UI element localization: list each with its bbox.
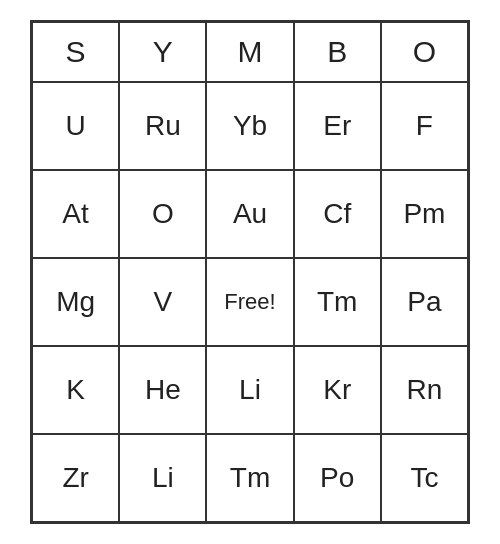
cell-1-3: Yb <box>206 82 293 170</box>
cell-5-3: Tm <box>206 434 293 522</box>
row-5: Zr Li Tm Po Tc <box>32 434 468 522</box>
header-y: Y <box>119 22 206 82</box>
header-m: M <box>206 22 293 82</box>
cell-1-2: Ru <box>119 82 206 170</box>
cell-2-1: At <box>32 170 119 258</box>
cell-5-4: Po <box>294 434 381 522</box>
cell-5-1: Zr <box>32 434 119 522</box>
cell-3-4: Tm <box>294 258 381 346</box>
cell-3-1: Mg <box>32 258 119 346</box>
cell-4-4: Kr <box>294 346 381 434</box>
cell-1-1: U <box>32 82 119 170</box>
header-row: S Y M B O <box>32 22 468 82</box>
cell-5-2: Li <box>119 434 206 522</box>
bingo-card: S Y M B O U Ru Yb Er F At O Au Cf Pm Mg … <box>30 20 470 524</box>
header-s: S <box>32 22 119 82</box>
cell-free: Free! <box>206 258 293 346</box>
row-3: Mg V Free! Tm Pa <box>32 258 468 346</box>
cell-2-4: Cf <box>294 170 381 258</box>
cell-4-1: K <box>32 346 119 434</box>
cell-4-2: He <box>119 346 206 434</box>
cell-2-3: Au <box>206 170 293 258</box>
cell-2-5: Pm <box>381 170 468 258</box>
cell-2-2: O <box>119 170 206 258</box>
cell-1-5: F <box>381 82 468 170</box>
header-o: O <box>381 22 468 82</box>
cell-3-2: V <box>119 258 206 346</box>
row-1: U Ru Yb Er F <box>32 82 468 170</box>
row-4: K He Li Kr Rn <box>32 346 468 434</box>
row-2: At O Au Cf Pm <box>32 170 468 258</box>
cell-4-5: Rn <box>381 346 468 434</box>
cell-4-3: Li <box>206 346 293 434</box>
cell-5-5: Tc <box>381 434 468 522</box>
cell-1-4: Er <box>294 82 381 170</box>
header-b: B <box>294 22 381 82</box>
cell-3-5: Pa <box>381 258 468 346</box>
